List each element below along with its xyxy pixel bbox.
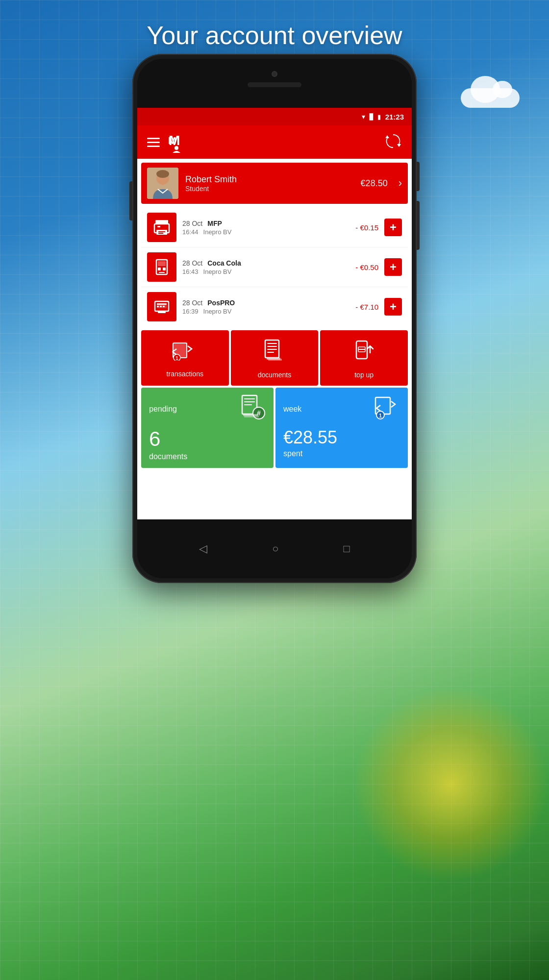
cloud <box>461 88 520 108</box>
front-camera <box>272 71 277 77</box>
topup-tile[interactable]: top up <box>320 330 408 386</box>
menu-button[interactable] <box>147 138 160 147</box>
add-to-cart-2[interactable]: + <box>384 258 402 276</box>
svg-point-3 <box>175 146 178 150</box>
svg-rect-21 <box>157 306 159 307</box>
pending-label: pending <box>149 405 177 414</box>
svg-rect-30 <box>267 343 277 344</box>
svg-text:M: M <box>168 135 176 146</box>
earpiece-speaker <box>248 82 301 87</box>
svg-rect-47 <box>244 416 259 417</box>
transactions-tile[interactable]: 1 transactions <box>141 330 229 386</box>
power-button[interactable] <box>417 162 420 191</box>
topup-tile-label: top up <box>354 371 374 379</box>
account-type: Student <box>185 185 354 193</box>
account-name: Robert Smith <box>185 174 354 185</box>
stat-pending-top: pending # <box>149 394 266 424</box>
home-button[interactable]: ○ <box>272 542 278 555</box>
signal-icon: ▐▌ <box>368 113 375 120</box>
top-bezel <box>137 59 412 108</box>
transaction-details: 28 Oct Coca Cola 16:43 Inepro BV <box>182 259 349 275</box>
svg-rect-12 <box>158 233 163 234</box>
sun-glow <box>353 686 549 882</box>
transaction-icon-vending <box>147 252 176 282</box>
week-subtitle: spent <box>283 449 400 458</box>
account-balance: €28.50 <box>361 178 388 189</box>
pending-docs-tile[interactable]: pending # <box>141 388 274 468</box>
header-left: M M <box>147 131 185 153</box>
transaction-amount-3: - €7.10 <box>355 303 378 311</box>
week-value: €28.55 <box>283 429 400 446</box>
svg-rect-22 <box>160 306 162 307</box>
pending-value: 6 <box>149 429 266 449</box>
avatar <box>147 168 178 199</box>
transaction-icon-printer <box>147 213 176 242</box>
transaction-amount-1: - €0.15 <box>355 223 378 232</box>
account-info: Robert Smith Student <box>185 174 354 193</box>
transaction-item[interactable]: 28 Oct Coca Cola 16:43 Inepro BV - €0.50… <box>141 247 408 287</box>
transaction-amount-2: - €0.50 <box>355 263 378 271</box>
svg-point-6 <box>156 170 169 178</box>
topup-tile-icon <box>352 339 376 366</box>
transaction-item[interactable]: 28 Oct MFP 16:44 Inepro BV - €0.15 + <box>141 208 408 247</box>
back-button[interactable]: ◁ <box>199 542 207 555</box>
add-to-cart-3[interactable]: + <box>384 298 402 316</box>
app-logo: M M <box>168 131 185 153</box>
page-title: Your account overview <box>0 21 549 50</box>
status-icons: ▾ ▐▌ ▮ 21:23 <box>362 113 404 121</box>
svg-rect-31 <box>267 346 277 347</box>
week-icon: 1 <box>374 394 400 424</box>
refresh-button[interactable] <box>384 132 402 152</box>
svg-rect-17 <box>159 272 165 273</box>
wifi-icon: ▾ <box>362 113 365 121</box>
svg-rect-23 <box>163 306 165 307</box>
action-tiles: 1 transactions <box>141 330 408 386</box>
svg-rect-42 <box>244 401 255 402</box>
stat-week-top: week 1 <box>283 394 400 424</box>
volume-left-button[interactable] <box>129 181 132 220</box>
phone-shell: ▾ ▐▌ ▮ 21:23 <box>132 54 417 583</box>
transaction-item[interactable]: 28 Oct PosPRO 16:39 Inepro BV - €7.10 + <box>141 287 408 326</box>
bottom-stats: pending # <box>141 388 408 468</box>
svg-rect-20 <box>157 303 167 305</box>
transaction-details: 28 Oct MFP 16:44 Inepro BV <box>182 220 349 236</box>
svg-rect-33 <box>267 352 274 353</box>
svg-rect-11 <box>158 231 165 232</box>
status-time: 21:23 <box>385 113 404 121</box>
pending-subtitle: documents <box>149 452 266 461</box>
app-header: M M <box>137 125 412 159</box>
transactions-tile-icon: 1 <box>172 340 198 365</box>
svg-text:1: 1 <box>379 413 382 418</box>
account-card[interactable]: Robert Smith Student €28.50 › <box>141 163 408 204</box>
recents-button[interactable]: □ <box>344 542 350 555</box>
week-label: week <box>283 405 301 414</box>
svg-text:1: 1 <box>176 356 179 361</box>
battery-icon: ▮ <box>377 113 381 121</box>
volume-button[interactable] <box>417 201 420 250</box>
account-chevron: › <box>399 177 402 190</box>
documents-tile[interactable]: documents <box>231 330 319 386</box>
svg-rect-15 <box>158 268 161 270</box>
transactions-tile-label: transactions <box>167 370 203 378</box>
svg-rect-14 <box>158 261 166 266</box>
svg-rect-41 <box>244 398 255 399</box>
bottom-bezel: ◁ ○ □ <box>137 519 412 578</box>
documents-tile-label: documents <box>258 371 291 379</box>
pending-icon: # <box>240 394 266 424</box>
transaction-icon-pos <box>147 292 176 321</box>
status-bar: ▾ ▐▌ ▮ 21:23 <box>137 108 412 125</box>
svg-rect-32 <box>267 349 277 350</box>
svg-rect-16 <box>163 268 166 270</box>
transactions-list: 28 Oct MFP 16:44 Inepro BV - €0.15 + <box>141 208 408 326</box>
svg-rect-43 <box>244 404 252 405</box>
svg-rect-10 <box>157 226 160 227</box>
phone-screen: ▾ ▐▌ ▮ 21:23 <box>137 108 412 519</box>
documents-tile-icon <box>263 339 286 366</box>
week-spent-tile[interactable]: week 1 <box>275 388 408 468</box>
transaction-details: 28 Oct PosPRO 16:39 Inepro BV <box>182 299 349 315</box>
svg-rect-35 <box>268 359 282 361</box>
add-to-cart-1[interactable]: + <box>384 219 402 236</box>
phone-face: ▾ ▐▌ ▮ 21:23 <box>137 59 412 578</box>
svg-rect-24 <box>158 311 166 313</box>
